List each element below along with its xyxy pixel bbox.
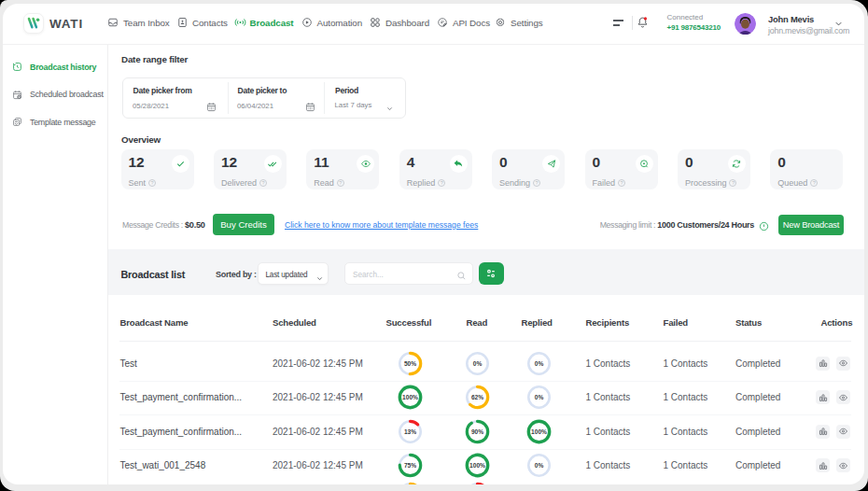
svg-text:62%: 62% [470,394,483,400]
svg-text:100%: 100% [469,462,485,469]
svg-text:100%: 100% [531,428,547,435]
svg-text:13%: 13% [403,428,415,435]
svg-text:75%: 75% [403,462,415,469]
svg-text:0%: 0% [534,360,543,367]
svg-text:90%: 90% [470,428,483,435]
svg-text:50%: 50% [403,360,415,367]
svg-text:0%: 0% [534,394,543,400]
svg-text:0%: 0% [472,360,482,367]
svg-text:100%: 100% [402,394,418,400]
svg-text:0%: 0% [534,462,543,469]
